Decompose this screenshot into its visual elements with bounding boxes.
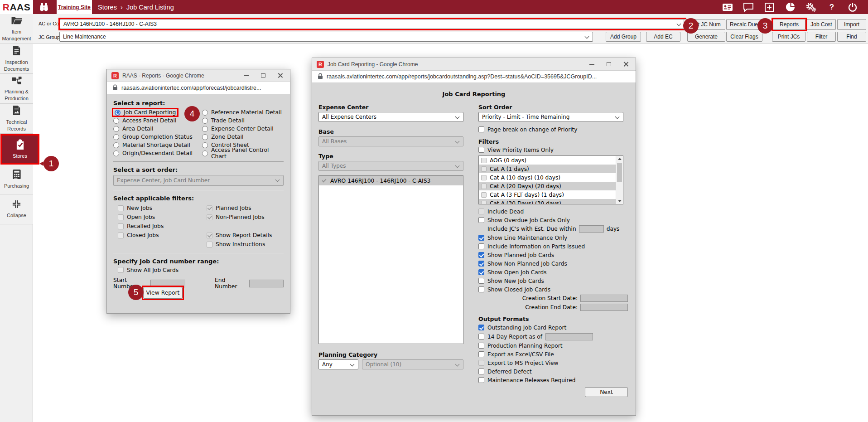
priority-item[interactable]: Cat A (30 Days) (30 days): [479, 199, 616, 204]
close-button[interactable]: [623, 62, 628, 67]
checkbox-show-all-job-cards[interactable]: [118, 267, 124, 273]
est-due-days-input[interactable]: [579, 225, 604, 233]
checkbox-maintenance-releases[interactable]: [478, 377, 484, 383]
binoculars-icon[interactable]: [38, 0, 50, 14]
clear-flags-button[interactable]: Clear Flags: [726, 32, 762, 42]
checkbox-parts-issued-info[interactable]: [478, 243, 484, 249]
chat-icon[interactable]: [743, 2, 754, 13]
radio-access-panel-detail[interactable]: [113, 118, 119, 124]
id-card-icon[interactable]: [722, 2, 733, 13]
priority-item[interactable]: Cat A (20 Days) (20 days): [479, 182, 616, 190]
checkbox-line-maintenance-only[interactable]: [478, 235, 484, 241]
checkbox-open-jobs[interactable]: [118, 214, 124, 220]
radio-area-detail[interactable]: [113, 126, 119, 132]
checkbox-closed-jobs[interactable]: [118, 233, 124, 238]
checkbox-recalled-jobs[interactable]: [118, 223, 124, 229]
base-select[interactable]: All Bases: [318, 136, 463, 146]
radio-job-card-reporting[interactable]: [115, 110, 121, 116]
checkbox-priority[interactable]: [481, 184, 487, 189]
print-jcs-button[interactable]: Print JCs: [772, 32, 805, 42]
checkbox-priority[interactable]: [481, 158, 487, 163]
checkbox-priority[interactable]: [481, 192, 487, 198]
checkbox-show-planned[interactable]: [478, 252, 484, 258]
radio-zone-detail[interactable]: [202, 134, 208, 140]
radio-expense-center-detail[interactable]: [202, 126, 208, 132]
checkbox-export-excel[interactable]: [478, 351, 484, 357]
checkbox-show-non-planned[interactable]: [478, 261, 484, 267]
minimize-button[interactable]: [589, 64, 594, 65]
add-ec-button[interactable]: Add EC: [646, 32, 680, 42]
checkbox-show-instructions[interactable]: [207, 242, 212, 247]
sidebar-item-stores[interactable]: Stores: [0, 134, 39, 165]
scroll-thumb[interactable]: [617, 163, 622, 182]
radio-access-panel-control-chart[interactable]: [202, 150, 208, 156]
breadcrumb-section[interactable]: Stores: [98, 4, 117, 11]
checkbox-new-jobs[interactable]: [118, 205, 124, 211]
filter-button[interactable]: Filter: [807, 32, 836, 42]
checkbox-show-new[interactable]: [478, 278, 484, 284]
recalc-due-button[interactable]: Recalc Due: [726, 19, 762, 30]
planning-category-select[interactable]: Any: [318, 359, 358, 369]
jc-group-select[interactable]: Line Maintenance: [59, 32, 593, 42]
help-icon[interactable]: ?: [826, 2, 837, 13]
sidebar-item-item-management[interactable]: ItemManagement: [0, 14, 33, 44]
end-number-input[interactable]: [249, 280, 284, 287]
checkbox-non-planned-jobs[interactable]: [207, 214, 212, 220]
job-cost-button[interactable]: Job Cost: [807, 19, 836, 30]
sidebar-item-inspection-documents[interactable]: InspectionDocuments: [0, 44, 33, 74]
reports-url-bar[interactable]: raasais.aviationintertec.com/app/forecas…: [107, 82, 290, 94]
sidebar-item-planning-production[interactable]: Planning &Production: [0, 74, 33, 104]
checkbox-outstanding-report[interactable]: [478, 325, 484, 330]
reports-button[interactable]: Reports: [773, 19, 805, 30]
creation-start-input[interactable]: [580, 295, 628, 302]
sort-order-select[interactable]: Priority - Limit - Time Remaining: [478, 112, 623, 122]
radio-control-sheet[interactable]: [202, 142, 208, 148]
radio-trade-detail[interactable]: [202, 118, 208, 124]
expense-center-select[interactable]: All Expense Centers: [318, 112, 463, 122]
type-select[interactable]: All Types: [318, 161, 463, 171]
add-window-icon[interactable]: [764, 2, 775, 13]
checkbox-planned-jobs[interactable]: [207, 205, 212, 211]
checkbox-show-closed[interactable]: [478, 286, 484, 292]
import-button[interactable]: Import: [837, 19, 866, 30]
sidebar-item-technical-records[interactable]: TechnicalRecords: [0, 104, 33, 134]
aircraft-list-item[interactable]: AVRO 146RJ100 - 146RJ100 - C-AIS3: [319, 176, 463, 185]
scroll-up-icon[interactable]: [618, 158, 622, 160]
checkbox-page-break[interactable]: [478, 126, 484, 132]
radio-group-completion-status[interactable]: [113, 134, 119, 140]
checkbox-production-planning[interactable]: [478, 343, 484, 349]
checkbox-include-dead[interactable]: [478, 209, 484, 214]
checkbox-show-open[interactable]: [478, 269, 484, 275]
checkbox-priority[interactable]: [481, 166, 487, 172]
checkbox-export-ms-project[interactable]: [478, 360, 484, 366]
checkbox-show-report-details[interactable]: [207, 233, 212, 238]
checkbox-priority[interactable]: [481, 201, 487, 205]
power-icon[interactable]: [847, 2, 858, 13]
add-group-button[interactable]: Add Group: [606, 32, 641, 42]
jcr-url-bar[interactable]: raasais.aviationintertec.com/app/reports…: [312, 71, 636, 83]
find-button[interactable]: Find: [837, 32, 866, 42]
checkbox-14-day-report[interactable]: [478, 334, 484, 340]
settings-gears-icon[interactable]: [805, 2, 816, 13]
next-button[interactable]: Next: [585, 387, 628, 397]
report-as-of-input[interactable]: [545, 333, 593, 340]
ac-or-co-select[interactable]: AVRO 146RJ100 - 146RJ100 - C-AIS3: [60, 19, 685, 29]
view-report-button[interactable]: View Report: [143, 287, 183, 299]
pie-chart-icon[interactable]: [785, 2, 796, 13]
priority-item[interactable]: AOG (0 days): [479, 156, 616, 165]
priority-item[interactable]: Cat A (3 FLT days) (1 days): [479, 190, 616, 199]
radio-material-shortage-detail[interactable]: [113, 142, 119, 148]
checkbox-deferred-defect[interactable]: [478, 369, 484, 374]
checkbox-view-priority-only[interactable]: [478, 147, 484, 153]
sidebar-item-collapse[interactable]: Collapse: [0, 194, 33, 224]
creation-end-input[interactable]: [580, 304, 628, 311]
tab-training-site[interactable]: Training Site: [57, 0, 92, 14]
planning-optional-select[interactable]: Optional (10): [362, 359, 463, 369]
minimize-button[interactable]: [244, 75, 249, 76]
maximize-button[interactable]: [261, 73, 265, 78]
close-button[interactable]: [278, 73, 283, 78]
checkbox-priority[interactable]: [481, 175, 487, 180]
scroll-down-icon[interactable]: [618, 200, 622, 202]
priority-item[interactable]: Cat A (10 days) (10 days): [479, 173, 616, 182]
radio-origin-descendant-detail[interactable]: [113, 150, 119, 156]
